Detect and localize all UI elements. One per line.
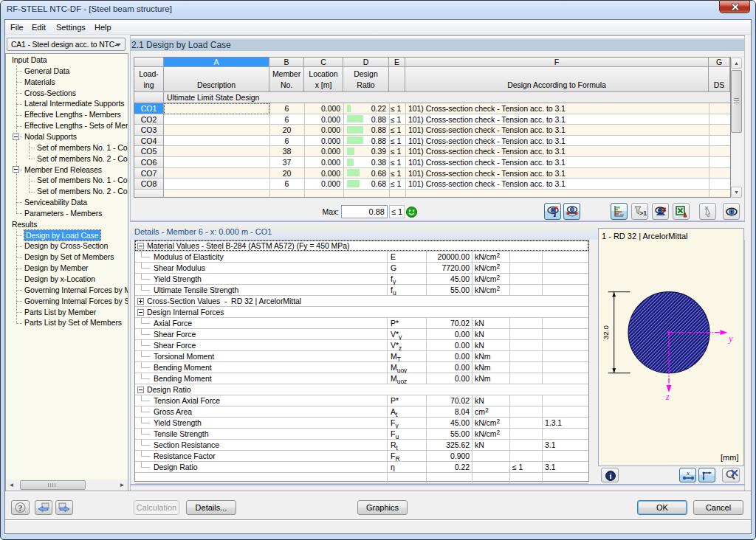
svg-text:y: y xyxy=(728,333,733,344)
svg-text:?: ? xyxy=(18,503,22,513)
svg-text:z: z xyxy=(665,392,670,402)
svg-text:x: x xyxy=(686,470,690,477)
svg-text:i: i xyxy=(609,471,611,480)
svg-text:>1: >1 xyxy=(639,210,647,217)
svg-text:32.0: 32.0 xyxy=(602,325,610,340)
